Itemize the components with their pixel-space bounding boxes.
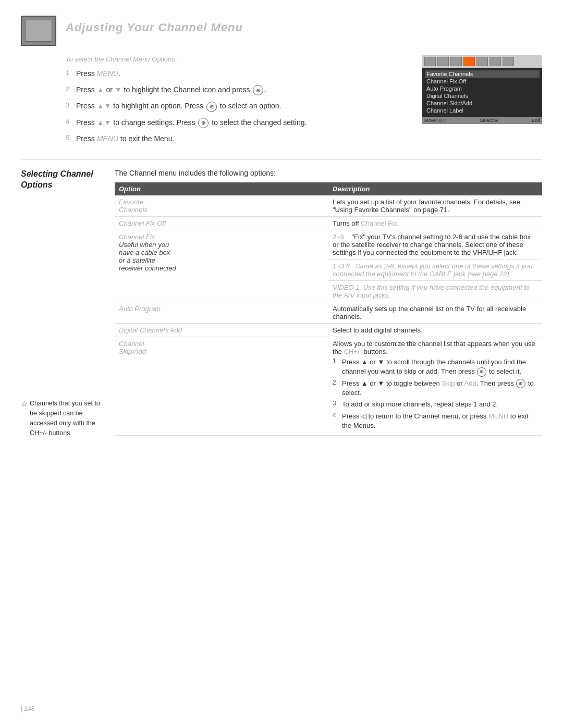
step-num-3: 3	[66, 101, 76, 109]
tv-btn-4	[476, 57, 488, 66]
tv-menu-skip: Channel Skip/Add	[425, 100, 540, 107]
nested-num-3: 3	[333, 400, 342, 407]
tv-menu-area: Favorite Channels Channel Fix Off Auto P…	[422, 68, 542, 117]
step-num-4: 4	[66, 118, 76, 126]
desc-fix-off: Turns off Channel Fix.	[328, 216, 542, 230]
tv-bottom-select: Select:⊕	[480, 118, 498, 123]
page-title: Adjusting Your Channel Menu	[66, 21, 243, 34]
nested-num-2: 2	[333, 379, 342, 386]
desc-auto: Automatically sets up the channel list o…	[328, 302, 542, 323]
tv-btn-5	[489, 57, 501, 66]
options-table: Option Description FavoriteChannels Lets…	[115, 182, 542, 436]
section-intro: The Channel menu includes the following …	[115, 169, 542, 177]
section-heading: Selecting Channel Options	[21, 169, 104, 191]
nested-num-4: 4	[333, 412, 342, 419]
tv-top-bar	[422, 55, 542, 68]
tip-box: ☆ Channels that you set to be skipped ca…	[21, 399, 104, 438]
desc-digital: Select to add digital channels.	[328, 323, 542, 337]
tv-btn-1	[424, 57, 436, 66]
step-num-2: 2	[66, 85, 76, 93]
nested-num-1: 1	[333, 357, 342, 365]
steps-header: To select the Channel Menu Options:	[66, 55, 407, 63]
tv-menu-fix: Channel Fix Off	[425, 78, 540, 85]
col-option: Option	[115, 182, 328, 195]
logo-inner	[25, 20, 52, 42]
table-row: Channel Fix Useful when youhave a cable …	[115, 230, 542, 259]
option-digital: Digital Channels Add	[115, 323, 328, 337]
nested-step-2: 2 Press ▲ or ▼ to toggle between Skip or…	[333, 379, 538, 398]
step-text-3: Press ▲▼ to highlight an option. Press ⊕…	[76, 101, 281, 112]
step-text-4: Press ▲▼ to change settings. Press ⊕ to …	[76, 117, 307, 128]
option-fix: Channel Fix Useful when youhave a cable …	[115, 230, 328, 302]
tv-bottom-move: Move: ◎▽	[424, 118, 446, 123]
step-4: 4 Press ▲▼ to change settings. Press ⊕ t…	[66, 117, 407, 128]
tv-screen: Favorite Channels Channel Fix Off Auto P…	[422, 55, 542, 150]
tv-menu-label: Channel Label	[425, 107, 540, 114]
desc-fix-136: 1~3 6 Same as 2-6, except you select one…	[328, 259, 542, 280]
tv-menu-auto: Auto Program	[425, 85, 540, 92]
nested-step-1: 1 Press ▲ or ▼ to scroll through the cha…	[333, 357, 538, 377]
nested-text-3: To add or skip more channels, repeat ste…	[342, 400, 498, 409]
desc-fix-video: VIDEO 1 Use this setting if you have con…	[328, 280, 542, 302]
page-number: | 148	[21, 705, 34, 712]
nested-step-4: 4 Press ◁ to return to the Channel menu,…	[333, 412, 538, 430]
steps-column: To select the Channel Menu Options: 1 Pr…	[66, 55, 417, 150]
step-5: 5 Press MENU to exit the Menu.	[66, 133, 407, 144]
channel-section: Selecting Channel Options ☆ Channels tha…	[21, 169, 542, 438]
logo-box	[21, 16, 56, 46]
tv-btn-channels	[463, 57, 475, 66]
table-row: Channel Fix Off Turns off Channel Fix.	[115, 216, 542, 230]
tv-menu-digital: Digital Channels	[425, 92, 540, 100]
table-row: ChannelSkip/Add Allows you to customize …	[115, 337, 542, 435]
page-container: Adjusting Your Channel Menu To select th…	[0, 0, 563, 728]
step-num-5: 5	[66, 134, 76, 142]
desc-fix-26: 2~6 "Fix" your TV's channel setting to 2…	[328, 230, 542, 259]
tip-text: Channels that you set to be skipped can …	[30, 399, 104, 438]
tv-bottom-bar: Move: ◎▽ Select:⊕ End	[422, 117, 542, 124]
step-text-1: Press MENU.	[76, 68, 120, 79]
step-2: 2 Press ▲ or ▼ to highlight the Channel …	[66, 84, 407, 95]
tv-btn-6	[503, 57, 514, 66]
table-row: FavoriteChannels Lets you set up a list …	[115, 195, 542, 217]
table-header-row: Option Description	[115, 182, 542, 195]
option-skip-add: ChannelSkip/Add	[115, 337, 328, 435]
main-content: The Channel menu includes the following …	[115, 169, 542, 438]
tv-menu-favorite: Favorite Channels	[425, 70, 540, 78]
nested-text-4: Press ◁ to return to the Channel menu, o…	[342, 412, 538, 430]
desc-skip-add: Allows you to customize the channel list…	[328, 337, 542, 435]
col-description: Description	[328, 182, 542, 195]
nested-step-3: 3 To add or skip more channels, repeat s…	[333, 400, 538, 409]
option-favorite: FavoriteChannels	[115, 195, 328, 217]
tip-icon: ☆	[21, 399, 28, 410]
nested-steps: 1 Press ▲ or ▼ to scroll through the cha…	[333, 357, 538, 430]
header-area: Adjusting Your Channel Menu	[21, 16, 542, 46]
step-text-5: Press MENU to exit the Menu.	[76, 133, 174, 144]
tv-bottom-end: End	[532, 118, 540, 123]
option-auto: Auto Program	[115, 302, 328, 323]
tv-btn-3	[450, 57, 462, 66]
table-row: Digital Channels Add Select to add digit…	[115, 323, 542, 337]
step-1: 1 Press MENU.	[66, 68, 407, 79]
left-sidebar: Selecting Channel Options ☆ Channels tha…	[21, 169, 115, 438]
section-divider	[21, 159, 542, 159]
option-fix-off: Channel Fix Off	[115, 216, 328, 230]
nested-text-1: Press ▲ or ▼ to scroll through the chann…	[342, 357, 538, 377]
table-row: Auto Program Automatically sets up the c…	[115, 302, 542, 323]
step-3: 3 Press ▲▼ to highlight an option. Press…	[66, 101, 407, 112]
step-text-2: Press ▲ or ▼ to highlight the Channel ic…	[76, 84, 266, 95]
step-num-1: 1	[66, 69, 76, 77]
desc-favorite: Lets you set up a list of your favorite …	[328, 195, 542, 217]
tv-btn-2	[437, 57, 449, 66]
nested-text-2: Press ▲ or ▼ to toggle between Skip or A…	[342, 379, 538, 398]
